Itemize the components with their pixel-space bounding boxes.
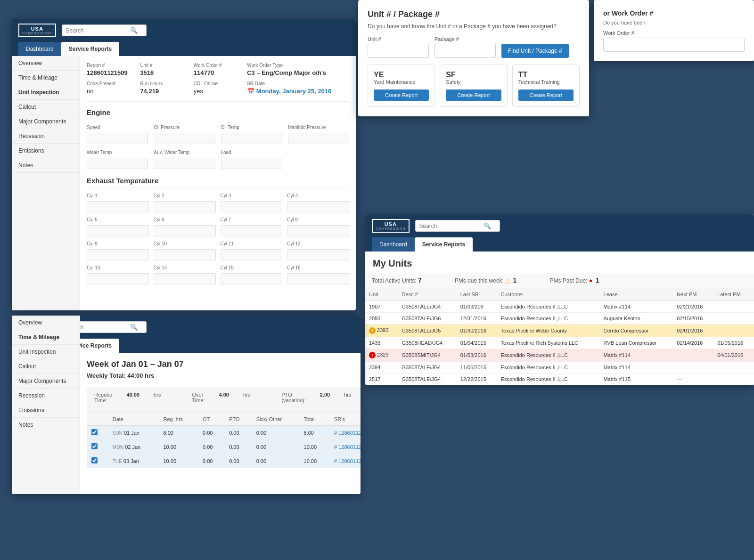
- unit-input[interactable]: [368, 44, 429, 58]
- wo-input[interactable]: [603, 38, 745, 52]
- unit-package-title: Unit # / Package #: [368, 9, 580, 19]
- sidebar-major-components-1[interactable]: Major Components: [12, 114, 80, 129]
- cell-last-sr: 01/30/2016: [457, 325, 497, 337]
- regular-label: Regular Time:: [94, 392, 113, 409]
- col-last-sr: Last SR: [457, 288, 497, 301]
- cyl6-input[interactable]: [154, 225, 216, 236]
- overtime-hrs: hrs: [243, 392, 250, 409]
- cell-lease: Augusta Kenton: [600, 313, 673, 325]
- cyl10-input[interactable]: [154, 249, 216, 260]
- sidebar-notes-time[interactable]: Notes: [12, 418, 80, 432]
- cyl13-input[interactable]: [87, 273, 149, 284]
- sr-link[interactable]: # 128601121509, # 128601124567: [334, 430, 361, 436]
- sidebar-callout-time[interactable]: Callout: [12, 359, 80, 374]
- cell-unit: 1433: [365, 337, 398, 349]
- col-sick-other: Sick/ Other: [252, 413, 299, 426]
- cell-desc: G3508TALE/JG4: [398, 373, 457, 385]
- create-report-ye-button[interactable]: Create Report: [374, 89, 429, 101]
- report-card-tt: TT Technical Training Create Report: [512, 65, 580, 107]
- report-number-label: Report #: [87, 63, 135, 68]
- search-box-my-units[interactable]: 🔍: [415, 220, 500, 232]
- sidebar-unit-inspection-1[interactable]: Unit Inspection: [12, 85, 80, 100]
- totals-row: Regular Time: 40.00 hrs Over Time: 4.00 …: [87, 388, 361, 413]
- search-input-1[interactable]: [66, 27, 127, 34]
- stats-bar: Total Active Units: 7 PMs due this week:…: [365, 273, 754, 288]
- cyl1-input[interactable]: [87, 201, 149, 212]
- manifold-pressure-input[interactable]: [288, 133, 349, 144]
- aux-water-temp-label: Aux. Water Temp: [154, 150, 215, 155]
- cyl9-input[interactable]: [87, 249, 149, 260]
- cell-checkbox[interactable]: [87, 454, 108, 468]
- sidebar-emissions-1[interactable]: Emissions: [12, 144, 80, 158]
- cyl4-input[interactable]: [287, 201, 349, 212]
- row-checkbox[interactable]: [91, 443, 98, 449]
- aux-water-temp-input[interactable]: [154, 158, 215, 169]
- cyl12-input[interactable]: [287, 249, 349, 260]
- package-input[interactable]: [434, 44, 496, 58]
- cell-total: 8.00: [299, 426, 329, 440]
- cyl8-input[interactable]: [287, 225, 349, 236]
- field-cyl6: Cyl 6: [154, 217, 216, 236]
- cyl3-input[interactable]: [221, 201, 283, 212]
- field-cyl8: Cyl 8: [287, 217, 349, 236]
- field-load: Load: [221, 150, 282, 169]
- sidebar-callout-1[interactable]: Callout: [12, 100, 80, 114]
- tab-service-reports-1[interactable]: Service Reports: [61, 42, 119, 56]
- row-checkbox[interactable]: [91, 457, 98, 463]
- time-content: Week of Jan 01 – Jan 07 Weekly Total: 44…: [80, 353, 361, 494]
- field-cyl15: Cyl 15: [221, 265, 283, 284]
- row-checkbox[interactable]: [91, 429, 98, 435]
- cyl5-input[interactable]: [87, 225, 149, 236]
- col-ot: OT: [198, 413, 224, 426]
- oil-pressure-input[interactable]: [154, 133, 215, 144]
- cell-desc: G3508TALE/JG4: [398, 362, 457, 373]
- sr-link[interactable]: # 128601121509, # 128601124567: [334, 458, 361, 464]
- sidebar-recession-1[interactable]: Recession: [12, 129, 80, 144]
- create-report-sf-button[interactable]: Create Report: [446, 89, 501, 101]
- cell-unit: 2517: [365, 373, 398, 385]
- sidebar-unit-inspection-time[interactable]: Unit Inspection: [12, 345, 80, 359]
- tab-dashboard-1[interactable]: Dashboard: [18, 42, 61, 56]
- speed-input[interactable]: [87, 133, 148, 144]
- sidebar-major-components-time[interactable]: Major Components: [12, 374, 80, 389]
- sr-link[interactable]: # 128601121509: [334, 444, 361, 450]
- search-box-1[interactable]: 🔍: [62, 24, 147, 36]
- stat-pms-past-due-value: 1: [596, 276, 599, 284]
- cyl2-input[interactable]: [154, 201, 216, 212]
- tab-dashboard-my-units[interactable]: Dashboard: [372, 237, 415, 252]
- cell-checkbox[interactable]: [87, 440, 108, 454]
- search-input-my-units[interactable]: [419, 223, 481, 229]
- pto-vacation-label: PTO (vacation):: [281, 392, 305, 409]
- sidebar-recession-time[interactable]: Recession: [12, 389, 80, 403]
- cyl15-input[interactable]: [221, 273, 283, 284]
- cell-unit: 2093: [365, 313, 398, 325]
- cell-next-pm: 02/01/2016: [673, 325, 713, 337]
- engine-section-title: Engine: [87, 108, 349, 119]
- cell-next-pm: 02/14/2016: [673, 337, 713, 349]
- cyl7-input[interactable]: [221, 225, 283, 236]
- cyl11-input[interactable]: [221, 249, 283, 260]
- field-work-order-type: Work Order Type C3 – Eng/Comp Major o/h'…: [247, 63, 349, 76]
- sidebar-emissions-time[interactable]: Emissions: [12, 403, 80, 418]
- cyl9-label: Cyl 9: [87, 241, 149, 246]
- cyl16-input[interactable]: [287, 273, 349, 284]
- sidebar-overview-time[interactable]: Overview: [12, 316, 80, 330]
- water-temp-input[interactable]: [87, 158, 148, 169]
- tab-service-reports-my-units[interactable]: Service Reports: [415, 237, 473, 252]
- table-row: ! 2329 G3508SMIT/JG4 01/03/2016 Escondid…: [365, 349, 754, 362]
- cell-checkbox[interactable]: [87, 426, 108, 440]
- work-order-value: 114770: [194, 69, 242, 76]
- sidebar-notes-1[interactable]: Notes: [12, 158, 80, 173]
- cell-ot: 0.00: [198, 440, 224, 454]
- load-input[interactable]: [221, 158, 282, 169]
- sidebar-overview-1[interactable]: Overview: [12, 56, 80, 71]
- cell-lease: RVB Lean Compressor: [600, 337, 673, 349]
- col-customer: Customer: [497, 288, 600, 301]
- report-number-value: 128601121509: [87, 69, 135, 76]
- cyl14-input[interactable]: [154, 273, 216, 284]
- sidebar-time-mileage-1[interactable]: Time & Mileage: [12, 71, 80, 85]
- sidebar-time-mileage-time[interactable]: Time & Mileage: [12, 330, 80, 345]
- create-report-tt-button[interactable]: Create Report: [518, 89, 574, 101]
- oil-temp-input[interactable]: [221, 133, 282, 144]
- find-unit-package-button[interactable]: Find Unit / Package #: [501, 44, 569, 58]
